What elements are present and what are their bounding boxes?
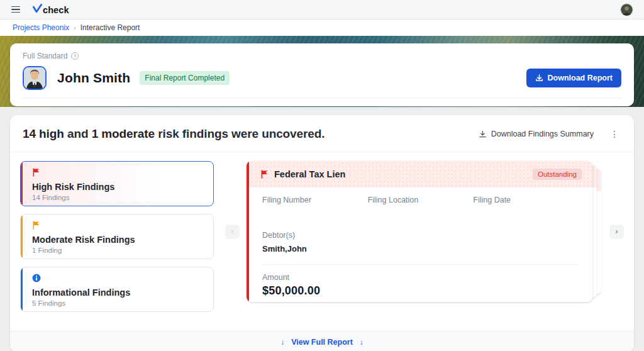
view-full-report-label: View Full Report [291,338,353,347]
headline-high-count: 14 high [23,127,64,140]
vcheck-logo[interactable]: check [33,4,69,15]
field-filing-location: Filing Location [368,196,474,217]
finding-detail-card: Federal Tax Lien Outstanding Filing Numb… [247,161,592,302]
chevron-left-icon: ‹ [231,226,233,236]
arrow-down-icon: ↓ [360,338,364,347]
category-title: Moderate Risk Findings [32,235,204,245]
finding-detail-body: Filing Number Filing Location Filing Dat… [247,187,592,302]
headline-moderate-count: 1 moderate [92,127,155,140]
logo-text: check [43,5,69,15]
chevron-right-icon: › [615,226,618,236]
breadcrumb-link-projects[interactable]: Projects Pheonix [13,23,69,32]
report-status-badge: Final Report Completed [140,71,230,85]
carousel-prev-button[interactable]: ‹ [225,225,240,239]
download-icon [479,130,487,138]
category-high-risk-findings[interactable]: High Risk Findings 14 Findings [20,161,214,206]
subject-name: John Smith [57,70,130,86]
category-title: High Risk Findings [32,182,204,192]
subject-profile-card: Full Standard i John Smith Final Report … [10,43,634,106]
field-filing-number: Filing Number [262,196,368,217]
findings-header: 14 high and 1 moderate risk findings wer… [10,115,634,152]
download-report-label: Download Report [548,74,613,82]
finding-categories: High Risk Findings 14 Findings Moderate … [20,161,214,320]
finding-card-stack: Federal Tax Lien Outstanding Filing Numb… [247,161,592,302]
findings-panel: 14 high and 1 moderate risk findings wer… [10,115,634,351]
finding-carousel: ‹ Federal Tax Lien Outstanding [225,161,624,302]
cover-banner: Full Standard i John Smith Final Report … [0,36,644,107]
findings-content: High Risk Findings 14 Findings Moderate … [10,152,634,331]
category-title: Informational Findings [32,287,204,298]
download-findings-summary-button[interactable]: Download Findings Summary [479,130,594,138]
download-report-button[interactable]: Download Report [526,69,621,87]
orange-flag-icon [32,221,40,230]
finding-title: Federal Tax Lien [274,169,345,179]
download-icon [535,74,543,82]
hamburger-menu-icon[interactable] [11,6,20,13]
info-circle-icon [32,274,41,282]
red-flag-icon [260,170,269,179]
download-findings-summary-label: Download Findings Summary [491,130,594,138]
subject-photo [23,66,47,90]
breadcrumb-current: Interactive Report [80,23,140,32]
profile-divider [23,98,621,98]
red-flag-icon [32,168,40,177]
plan-label: Full Standard [23,52,67,60]
breadcrumb-separator-icon: › [74,24,76,31]
field-amount: Amount $50,000.00 [262,273,579,298]
field-debtors: Debtor(s) Smith,John [262,231,579,254]
more-options-kebab-icon[interactable]: ⋮ [608,128,621,140]
category-count: 5 Findings [32,299,204,307]
field-filing-date: Filing Date [473,196,579,217]
user-avatar[interactable] [621,4,633,16]
view-full-report-button[interactable]: ↓ View Full Report ↓ [10,331,634,351]
findings-headline: 14 high and 1 moderate risk findings wer… [23,127,325,141]
carousel-next-button[interactable]: › [609,225,624,239]
detail-divider [262,264,579,265]
category-moderate-risk-findings[interactable]: Moderate Risk Findings 1 Finding [20,214,214,259]
finding-status-badge: Outstanding [533,169,582,180]
arrow-down-icon: ↓ [280,338,284,347]
plan-info-icon[interactable]: i [71,52,79,60]
category-informational-findings[interactable]: Informational Findings 5 Findings [20,267,214,312]
finding-detail-header: Federal Tax Lien Outstanding [247,161,592,187]
breadcrumb: Projects Pheonix › Interactive Report [0,20,644,36]
user-avatar-image [621,4,633,16]
category-count: 14 Findings [32,194,204,201]
logo-check-v-icon [33,4,42,13]
top-bar: check [0,0,644,20]
category-count: 1 Finding [32,247,204,254]
